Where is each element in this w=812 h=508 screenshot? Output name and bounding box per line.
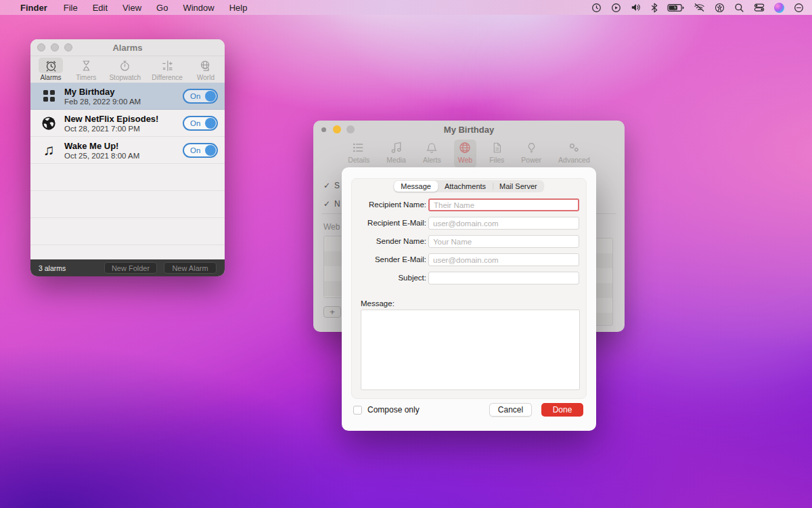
checkmark-icon: ✓ bbox=[323, 199, 330, 209]
tab-alarms[interactable]: Alarms bbox=[39, 58, 63, 81]
birthday-toolbar: Details Media Alerts Web Files Power Adv… bbox=[313, 138, 625, 168]
subject-label: Subject: bbox=[398, 274, 426, 282]
alarm-count-status: 3 alarms bbox=[39, 264, 97, 272]
alarms-titlebar[interactable]: Alarms bbox=[30, 39, 225, 56]
media-note-icon bbox=[390, 141, 403, 156]
form-row: Sender E-Mail: bbox=[352, 253, 586, 266]
tab-timers[interactable]: Timers bbox=[74, 58, 98, 81]
menu-edit[interactable]: Edit bbox=[93, 3, 108, 13]
bluetooth-icon[interactable] bbox=[651, 3, 658, 13]
menu-window[interactable]: Window bbox=[183, 3, 214, 13]
tab-world[interactable]: World bbox=[194, 58, 218, 81]
tab-label: World bbox=[197, 74, 215, 81]
message-form-panel: Message Attachments Mail Server Recipien… bbox=[351, 178, 587, 399]
checkbox-row-fragment[interactable]: ✓ N bbox=[323, 199, 340, 209]
sender-name-label: Sender Name: bbox=[376, 237, 426, 245]
web-section-label: Web bbox=[323, 222, 340, 232]
alarm-datetime: Oct 28, 2021 7:00 PM bbox=[64, 125, 183, 133]
tab-alerts[interactable]: Alerts bbox=[419, 140, 445, 168]
alarm-datetime: Feb 28, 2022 9:00 AM bbox=[64, 98, 183, 106]
cancel-button[interactable]: Cancel bbox=[489, 403, 532, 417]
new-folder-button[interactable]: New Folder bbox=[104, 262, 157, 274]
menu-help[interactable]: Help bbox=[229, 3, 248, 13]
tab-attachments[interactable]: Attachments bbox=[438, 181, 493, 192]
add-button[interactable]: + bbox=[323, 306, 341, 318]
new-alarm-button[interactable]: New Alarm bbox=[164, 262, 217, 274]
menu-finder[interactable]: Finder bbox=[20, 3, 47, 13]
alarm-row-wake-me-up[interactable]: ♫ Wake Me Up! Oct 25, 2021 8:00 AM On bbox=[30, 137, 225, 164]
menu-view[interactable]: View bbox=[122, 3, 141, 13]
list-icon bbox=[351, 141, 366, 156]
tab-message[interactable]: Message bbox=[394, 181, 438, 192]
recipient-name-field[interactable] bbox=[428, 198, 579, 211]
alarm-row-my-birthday[interactable]: My Birthday Feb 28, 2022 9:00 AM On bbox=[30, 83, 225, 110]
tab-details[interactable]: Details bbox=[344, 140, 374, 168]
window-title: Alarms bbox=[30, 43, 225, 53]
clock-icon[interactable] bbox=[591, 3, 602, 13]
sender-email-field[interactable] bbox=[428, 253, 579, 266]
check-label-fragment: S bbox=[334, 181, 340, 190]
check-label-fragment: N bbox=[334, 199, 340, 209]
tab-mail-server[interactable]: Mail Server bbox=[493, 181, 544, 192]
empty-list-row bbox=[30, 191, 225, 218]
done-button[interactable]: Done bbox=[541, 403, 583, 417]
tab-advanced[interactable]: Advanced bbox=[554, 140, 594, 168]
tab-label: Alarms bbox=[40, 74, 61, 81]
alarm-row-netflix[interactable]: New NetFlix Episodes! Oct 28, 2021 7:00 … bbox=[30, 110, 225, 137]
tab-label: Power bbox=[521, 156, 541, 164]
menu-file[interactable]: File bbox=[64, 3, 78, 13]
menu-bar: Finder File Edit View Go Window Help bbox=[0, 0, 812, 15]
grid-icon bbox=[40, 90, 58, 102]
tab-stopwatch[interactable]: Stopwatch bbox=[109, 58, 141, 81]
tab-power[interactable]: Power bbox=[517, 140, 545, 168]
form-row: Recipient Name: bbox=[352, 198, 586, 211]
battery-charging-icon[interactable] bbox=[667, 3, 684, 12]
form-row: Sender Name: bbox=[352, 235, 586, 248]
stopwatch-icon bbox=[113, 58, 137, 73]
siri-icon[interactable] bbox=[774, 3, 784, 13]
tab-difference[interactable]: Difference bbox=[152, 58, 182, 81]
file-icon bbox=[491, 141, 503, 156]
control-center-icon[interactable] bbox=[754, 3, 765, 12]
checkbox-row-fragment[interactable]: ✓ S bbox=[323, 181, 340, 190]
subject-field[interactable] bbox=[428, 272, 579, 284]
web-globe-icon bbox=[458, 141, 472, 156]
accessibility-icon[interactable] bbox=[715, 3, 725, 13]
tab-files[interactable]: Files bbox=[485, 140, 508, 168]
tab-media[interactable]: Media bbox=[382, 140, 410, 168]
recipient-name-label: Recipient Name: bbox=[369, 200, 426, 209]
alarm-list: My Birthday Feb 28, 2022 9:00 AM On New … bbox=[30, 83, 225, 259]
lightbulb-icon bbox=[526, 141, 537, 156]
tab-label: Alerts bbox=[423, 156, 441, 164]
toggle-knob bbox=[205, 91, 216, 102]
alarm-toggle[interactable]: On bbox=[183, 143, 218, 158]
volume-icon[interactable] bbox=[631, 3, 641, 12]
alarm-title: New NetFlix Episodes! bbox=[64, 114, 183, 124]
message-label: Message: bbox=[361, 299, 394, 308]
sheet-footer: Compose only Cancel Done bbox=[342, 399, 596, 431]
alarm-toggle[interactable]: On bbox=[183, 116, 218, 131]
gears-icon bbox=[566, 141, 581, 156]
alarms-window: Alarms Alarms Timers Stopwatch Differenc… bbox=[30, 39, 225, 276]
play-circle-icon[interactable] bbox=[611, 3, 621, 13]
recipient-email-field[interactable] bbox=[428, 217, 579, 230]
sender-email-label: Sender E-Mail: bbox=[375, 255, 426, 263]
tab-label: Details bbox=[348, 156, 369, 164]
sender-name-field[interactable] bbox=[428, 235, 579, 248]
do-not-disturb-icon[interactable] bbox=[794, 3, 804, 13]
empty-list-area bbox=[30, 245, 225, 259]
birthday-titlebar[interactable]: My Birthday bbox=[313, 121, 625, 138]
menu-go[interactable]: Go bbox=[156, 3, 168, 13]
form-row: Recipient E-Mail: bbox=[352, 217, 586, 230]
search-icon[interactable] bbox=[734, 3, 744, 13]
hourglass-icon bbox=[74, 58, 98, 73]
compose-only-checkbox[interactable] bbox=[353, 406, 362, 415]
tab-web[interactable]: Web bbox=[454, 140, 476, 168]
toggle-label: On bbox=[190, 119, 200, 127]
message-textarea[interactable] bbox=[361, 310, 580, 390]
alarm-toggle[interactable]: On bbox=[183, 89, 218, 104]
wifi-off-icon[interactable] bbox=[694, 3, 705, 12]
alarm-title: Wake Me Up! bbox=[64, 141, 183, 151]
toggle-knob bbox=[205, 145, 216, 156]
toggle-label: On bbox=[190, 146, 200, 154]
